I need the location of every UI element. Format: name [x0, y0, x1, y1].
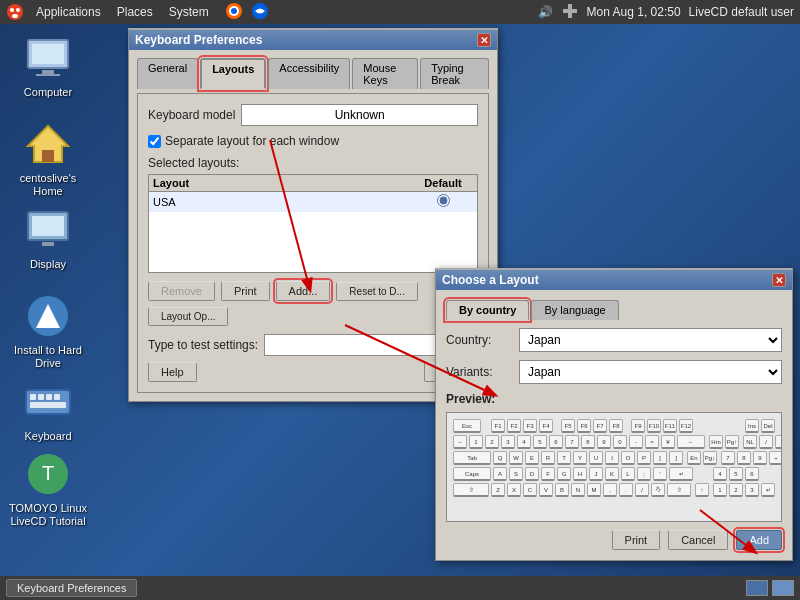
speaker-icon[interactable]: 🔊 [538, 5, 553, 19]
workspace-2[interactable] [772, 580, 794, 596]
system-menu[interactable]: System [165, 3, 213, 21]
key-z: Z [491, 483, 505, 497]
add-button[interactable]: Add... [276, 281, 331, 301]
key-3: 3 [501, 435, 515, 449]
display-label: Display [8, 258, 88, 271]
separate-layout-checkbox[interactable] [148, 135, 161, 148]
key-num2: 2 [729, 483, 743, 497]
table-row[interactable]: USA [149, 192, 477, 212]
key-nummul: * [775, 435, 782, 449]
tab-accessibility[interactable]: Accessibility [268, 58, 350, 89]
tab-general[interactable]: General [137, 58, 198, 89]
desktop-icon-computer[interactable]: Computer [8, 34, 88, 99]
key-9: 9 [597, 435, 611, 449]
key-s: S [509, 467, 523, 481]
choose-layout-close[interactable]: ✕ [772, 273, 786, 287]
separate-layout-label: Separate layout for each window [165, 134, 339, 148]
desktop-icon-install[interactable]: Install to Hard Drive [8, 292, 88, 370]
tab-by-language[interactable]: By language [531, 300, 618, 320]
taskbar-keyboard-prefs[interactable]: Keyboard Preferences [6, 579, 137, 597]
key-y: Y [573, 451, 587, 465]
svg-point-3 [12, 14, 18, 18]
key-c: C [523, 483, 537, 497]
layout-options-button[interactable]: Layout Op... [148, 307, 228, 326]
variants-select[interactable]: Japan [519, 360, 782, 384]
layout-default [413, 194, 473, 210]
key-pgup: Pg↑ [725, 435, 739, 449]
tab-layouts[interactable]: Layouts [200, 58, 266, 89]
key-up: ↑ [695, 483, 709, 497]
thunderbird-icon[interactable] [251, 2, 269, 23]
key-pgdn: Pg↓ [703, 451, 717, 465]
variants-label: Variants: [446, 365, 511, 379]
help-button[interactable]: Help [148, 362, 197, 382]
key-f: F [541, 467, 555, 481]
key-enter: ↵ [669, 467, 693, 481]
key-semi: ; [637, 467, 651, 481]
svg-rect-17 [32, 216, 64, 236]
choose-add-button[interactable]: Add [736, 530, 782, 550]
install-icon [24, 292, 72, 340]
key-j: J [589, 467, 603, 481]
key-f12: F12 [679, 419, 693, 433]
key-num8: 8 [737, 451, 751, 465]
tab-mouse-keys[interactable]: Mouse Keys [352, 58, 418, 89]
key-num4: 4 [713, 467, 727, 481]
reset-button[interactable]: Reset to D... [336, 282, 418, 301]
layout-default-radio[interactable] [437, 194, 450, 207]
key-row-function: Esc F1 F2 F3 F4 F5 F6 F7 F8 F9 F10 F11 F… [453, 419, 775, 433]
places-menu[interactable]: Places [113, 3, 157, 21]
svg-point-2 [16, 8, 20, 12]
desktop-icon-home[interactable]: centoslive's Home [8, 120, 88, 198]
choose-cancel-button[interactable]: Cancel [668, 530, 728, 550]
key-numlock: NL [743, 435, 757, 449]
key-6: 6 [549, 435, 563, 449]
key-i: I [605, 451, 619, 465]
svg-rect-23 [38, 394, 44, 400]
key-o: O [621, 451, 635, 465]
keyboard-label: Keyboard [8, 430, 88, 443]
tab-by-country[interactable]: By country [446, 300, 529, 320]
choose-layout-titlebar[interactable]: Choose a Layout ✕ [436, 270, 792, 290]
desktop-icon-tomoyo-tutorial[interactable]: T TOMOYO Linux LiveCD Tutorial [8, 450, 88, 528]
print-button[interactable]: Print [221, 281, 270, 301]
username: LiveCD default user [689, 5, 794, 19]
choose-layout-title: Choose a Layout [442, 273, 539, 287]
display-icon [24, 206, 72, 254]
taskbar-system-tray: 🔊 Mon Aug 1, 02:50 LiveCD default user [538, 2, 794, 23]
kbd-pref-titlebar[interactable]: Keyboard Preferences ✕ [129, 30, 497, 50]
home-label: centoslive's Home [8, 172, 88, 198]
svg-rect-9 [563, 9, 577, 13]
choose-print-button[interactable]: Print [612, 530, 661, 550]
separate-layout-row: Separate layout for each window [148, 134, 478, 148]
key-esc: Esc [453, 419, 481, 433]
svg-rect-11 [32, 44, 64, 64]
key-f9: F9 [631, 419, 645, 433]
country-select[interactable]: Japan [519, 328, 782, 352]
network-icon[interactable] [561, 2, 579, 23]
key-u: U [589, 451, 603, 465]
country-label: Country: [446, 333, 511, 347]
applications-menu[interactable]: Applications [32, 3, 105, 21]
key-row-zxcv: ⇧ Z X C V B N M , . / ろ ⇧ ↑ 1 2 3 ↵ [453, 483, 775, 497]
key-num9: 9 [753, 451, 767, 465]
taskbar-bottom-right [746, 580, 794, 596]
desktop-icon-display[interactable]: Display [8, 206, 88, 271]
keyboard-model-input[interactable] [241, 104, 478, 126]
key-shift-r: ⇧ [667, 483, 691, 497]
kbd-pref-close[interactable]: ✕ [477, 33, 491, 47]
firefox-icon[interactable] [225, 2, 243, 23]
taskbar-apps: Applications Places System [6, 2, 269, 23]
layout-options-row: Layout Op... [148, 307, 478, 326]
desktop-icon-keyboard[interactable]: Keyboard [8, 378, 88, 443]
key-row-asdf: Caps A S D F G H J K L ; ' ↵ 4 5 6 + [453, 467, 775, 481]
kbd-button-row: Remove Print Add... Reset to D... [148, 281, 478, 301]
key-comma: , [603, 483, 617, 497]
computer-icon [24, 34, 72, 82]
key-num3: 3 [745, 483, 759, 497]
remove-button[interactable]: Remove [148, 281, 215, 301]
key-b: B [555, 483, 569, 497]
taskbar-top: Applications Places System 🔊 Mon Aug 1, … [0, 0, 800, 24]
workspace-1[interactable] [746, 580, 768, 596]
tab-typing-break[interactable]: Typing Break [420, 58, 489, 89]
